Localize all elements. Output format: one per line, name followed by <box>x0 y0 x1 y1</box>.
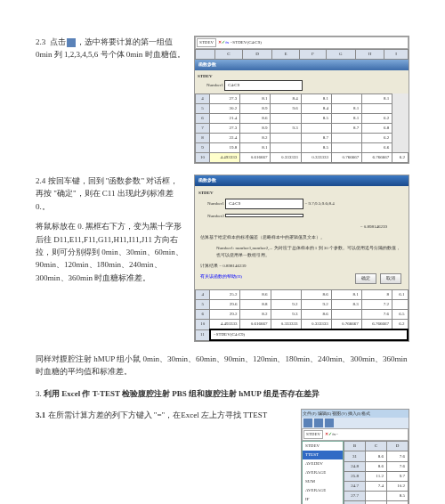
desc: 估算基于给定样本的标准偏差（忽略样本中的逻辑值及文本）。 <box>198 232 405 243</box>
dd-ttest[interactable]: TTEST <box>303 451 343 459</box>
n1v[interactable]: C4:C9 <box>225 199 303 209</box>
same-para: 同样对腹腔注射 hMUP 组小鼠 0min、30min、60min、90min、… <box>36 353 409 378</box>
dialog-title-2: 函数参数 <box>195 175 409 186</box>
figure-3: 文件(F) 编辑(E) 视图(V) 插入(I) 格式 STDEV✕✓ fx = … <box>301 409 409 504</box>
formula-cell: =STDEV(C4:C9) <box>210 329 408 340</box>
help-link[interactable]: 有关该函数的帮助(H) <box>200 273 242 280</box>
name-box-3[interactable]: STDEV <box>303 430 323 439</box>
toolbar-icon <box>314 419 323 427</box>
figure-1: STDEV ✕✓ fx =STDEV(C4:C9) CDEFGHI 函数参数 S… <box>194 36 409 164</box>
menu-bar: 文件(F) 编辑(E) 视图(V) 插入(I) 格式 <box>302 410 409 418</box>
sec23-t1: 点击 <box>50 37 66 46</box>
sec3-body: 利用 Excel 作 T-TEST 检验腹腔注射 PBS 组和腹腔注射 hMUP… <box>44 389 320 398</box>
figure-2: 函数参数 STDEV Number1 C4:C9 = 9.7;9.5;9.6;8… <box>194 175 409 342</box>
eq: = <box>336 431 338 438</box>
toolbar-icon <box>303 419 312 427</box>
ok-button[interactable]: 确定 <box>355 273 376 284</box>
sec23-num: 2.3 <box>36 37 45 46</box>
dd-item[interactable]: SUM <box>303 477 343 486</box>
dd-item[interactable]: AVERAGE <box>303 486 343 495</box>
sec31-body: 在所需计算方差的列下方键入 "="，在Excel 左上方寻找 TTEST <box>48 411 268 419</box>
stdev-lbl: STDEV <box>198 74 213 78</box>
crl: 计算结果 = <box>200 264 222 268</box>
sec31-num: 3.1 <box>36 411 45 419</box>
toolbar-icon <box>325 419 334 427</box>
dd-item[interactable]: AVEDEV <box>303 459 343 468</box>
spreadsheet-icon <box>67 38 76 47</box>
dd-item[interactable]: AVERAGE <box>303 468 343 477</box>
dialog-title: 函数参数 <box>195 60 409 70</box>
formula: =STDEV(C4:C9) <box>231 39 262 46</box>
sec24-body: 按回车键，回到 "函数参数" 对话框，再按 "确定"，则在 C11 出现此列标准… <box>36 176 178 211</box>
n2v[interactable] <box>225 214 303 217</box>
hint2: = 0.898146239 <box>198 222 405 232</box>
num1-lbl: Number1 <box>206 83 223 87</box>
sec3-num: 3. <box>36 389 42 398</box>
num1-input[interactable]: C4:C9 <box>224 80 303 91</box>
name-box: STDEV <box>197 38 216 47</box>
n2l: Number2 <box>207 214 224 218</box>
cancel-button[interactable]: 取消 <box>380 273 401 284</box>
dd-item[interactable]: IF <box>303 495 343 504</box>
n1l: Number1 <box>207 201 224 206</box>
stdev-lbl2: STDEV <box>198 191 214 195</box>
sec24-num: 2.4 <box>36 176 45 185</box>
dd-stdev[interactable]: STDEV <box>303 442 343 451</box>
sec24b: 将鼠标放在 0. 黑框右下方，变为黑十字形后往 D11,E11,F11,G11,… <box>36 220 185 284</box>
crv: 0.898146239 <box>222 264 246 268</box>
ndesc: Number1: number1,number2,... 为对应于总体样本的 1… <box>198 243 405 261</box>
function-dropdown[interactable]: STDEV TTEST AVEDEV AVERAGE SUM AVERAGE I… <box>302 441 344 504</box>
hint1: = 9.7;9.5;9.6;8.4 <box>304 201 334 206</box>
spreadsheet-table: CDEFGHI <box>195 49 409 60</box>
